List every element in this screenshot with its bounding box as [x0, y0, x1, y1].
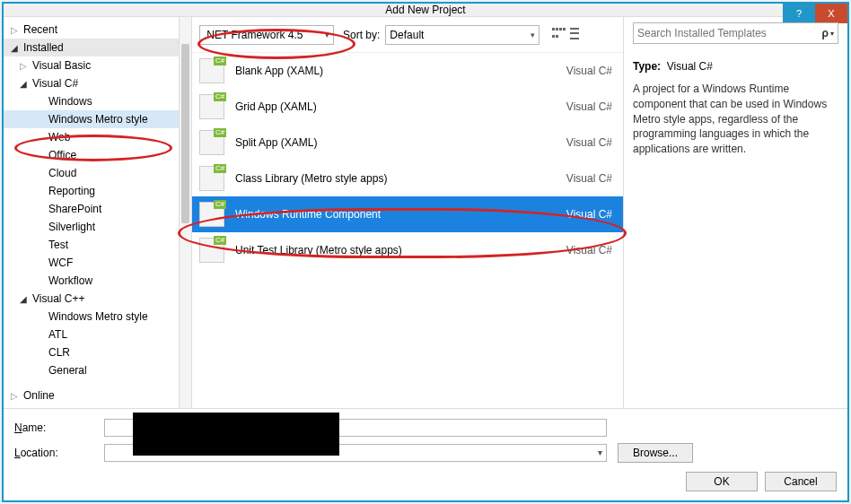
tree-cpp-clr[interactable]: CLR: [4, 343, 191, 361]
sortby-label: Sort by:: [343, 29, 380, 41]
tree-cs-windows[interactable]: Windows: [4, 92, 191, 110]
type-row: Type: Visual C#: [633, 60, 838, 73]
tree-cs-reporting[interactable]: Reporting: [4, 182, 191, 200]
tree-cs-web[interactable]: Web: [4, 128, 191, 146]
tree-cs-silverlight[interactable]: Silverlight: [4, 218, 191, 236]
template-description: A project for a Windows Runtime componen…: [633, 82, 838, 157]
tree-installed[interactable]: ◢Installed: [4, 39, 191, 56]
tree-cs-wcf[interactable]: WCF: [4, 254, 191, 272]
name-label: Name:: [14, 421, 104, 434]
tree-cpp-metro[interactable]: Windows Metro style: [4, 308, 191, 326]
template-icon: C#: [199, 238, 224, 263]
sortby-combo[interactable]: Default▾: [385, 25, 540, 45]
template-item-selected[interactable]: C# Windows Runtime Component Visual C#: [192, 196, 623, 232]
tree-cpp-general[interactable]: General: [4, 361, 191, 379]
template-item[interactable]: C# Blank App (XAML) Visual C#: [192, 53, 623, 89]
tree-cs-metro[interactable]: Windows Metro style: [4, 110, 191, 128]
search-templates[interactable]: ρ ▾: [633, 22, 838, 44]
tree-cs-sharepoint[interactable]: SharePoint: [4, 200, 191, 218]
tree-cs-workflow[interactable]: Workflow: [4, 272, 191, 290]
location-label: Location:: [14, 447, 104, 459]
close-button[interactable]: X: [815, 4, 847, 23]
search-icon[interactable]: ρ: [822, 27, 829, 39]
tree-cs-office[interactable]: Office: [4, 146, 191, 164]
window-title: Add New Project: [385, 4, 465, 16]
template-icon: C#: [199, 202, 224, 227]
search-dropdown-icon[interactable]: ▾: [830, 30, 834, 38]
view-list-icon[interactable]: [570, 28, 584, 42]
tree-visual-cpp[interactable]: ◢Visual C++: [4, 290, 191, 308]
tree-cs-test[interactable]: Test: [4, 236, 191, 254]
titlebar: Add New Project ? X: [4, 4, 847, 17]
tree-online[interactable]: ▷Online: [4, 387, 191, 404]
category-tree: ▷Recent ◢Installed ▷Visual Basic ◢Visual…: [4, 17, 192, 408]
template-icon: C#: [199, 130, 224, 155]
tree-visual-csharp[interactable]: ◢Visual C#: [4, 74, 191, 92]
template-item[interactable]: C# Class Library (Metro style apps) Visu…: [192, 161, 623, 196]
browse-button[interactable]: Browse...: [618, 443, 693, 463]
search-input[interactable]: [637, 27, 819, 39]
template-icon: C#: [199, 94, 224, 119]
cancel-button[interactable]: Cancel: [765, 472, 837, 491]
template-icon: C#: [199, 58, 224, 83]
tree-scrollbar[interactable]: [179, 17, 191, 408]
redacted-overlay: [133, 413, 339, 456]
view-grid-icon[interactable]: [552, 28, 566, 42]
template-item[interactable]: C# Split App (XAML) Visual C#: [192, 125, 623, 161]
tree-cs-cloud[interactable]: Cloud: [4, 164, 191, 182]
ok-button[interactable]: OK: [686, 472, 758, 491]
template-toolbar: .NET Framework 4.5▾ Sort by: Default▾: [192, 17, 623, 53]
template-item[interactable]: C# Grid App (XAML) Visual C#: [192, 89, 623, 125]
framework-combo[interactable]: .NET Framework 4.5▾: [199, 25, 334, 45]
tree-recent[interactable]: ▷Recent: [4, 21, 191, 39]
help-button[interactable]: ?: [783, 4, 815, 23]
template-icon: C#: [199, 166, 224, 191]
tree-visual-basic[interactable]: ▷Visual Basic: [4, 56, 191, 74]
template-item[interactable]: C# Unit Test Library (Metro style apps) …: [192, 232, 623, 268]
template-list: C# Blank App (XAML) Visual C# C# Grid Ap…: [192, 53, 623, 408]
details-pane: ρ ▾ Type: Visual C# A project for a Wind…: [623, 17, 847, 408]
tree-cpp-atl[interactable]: ATL: [4, 326, 191, 343]
